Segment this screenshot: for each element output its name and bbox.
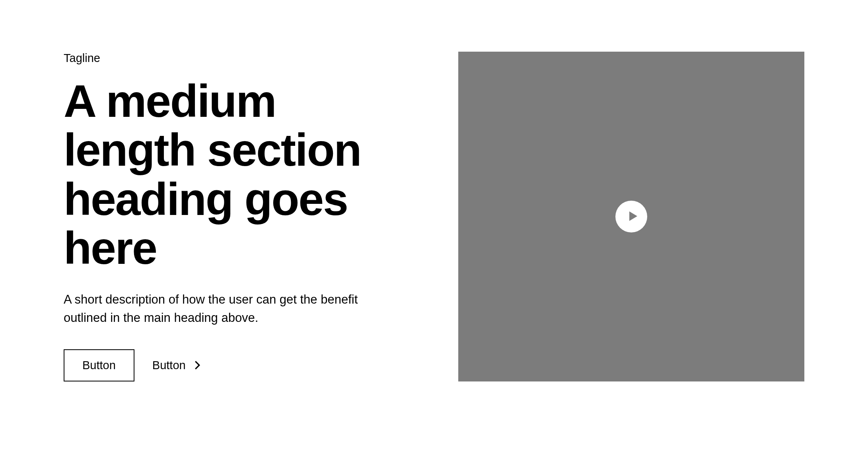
primary-button[interactable]: Button [64,349,134,381]
tagline: Tagline [64,52,386,65]
svg-marker-0 [629,211,637,221]
button-row: Button Button [64,349,386,381]
section-heading: A medium length section heading goes her… [64,77,386,272]
secondary-button[interactable]: Button [148,350,206,381]
play-icon [624,210,639,224]
hero-content: Tagline A medium length section heading … [64,52,386,381]
secondary-button-label: Button [152,359,186,372]
media-placeholder [458,52,804,381]
section-description: A short description of how the user can … [64,290,382,327]
play-button[interactable] [615,201,647,232]
chevron-right-icon [193,361,202,370]
hero-section: Tagline A medium length section heading … [0,0,868,433]
